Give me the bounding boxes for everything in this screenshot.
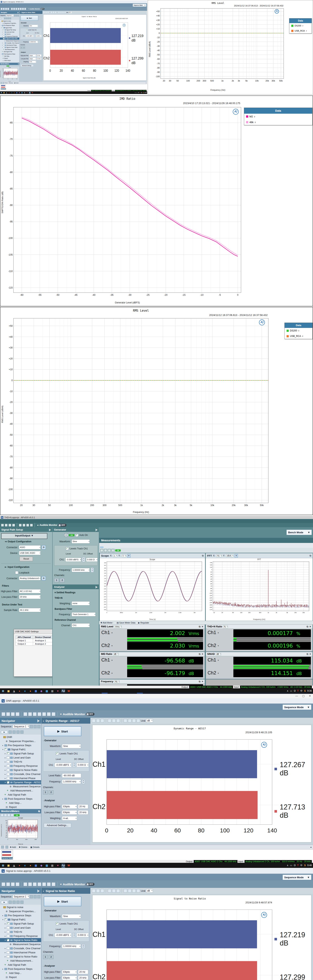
- expand-arrow-icon[interactable]: ▾: [1, 27, 2, 28]
- auto-on-checkbox[interactable]: [75, 534, 78, 537]
- navigator-tree-item[interactable]: Add Measurement...: [0, 959, 41, 963]
- result-thumbnail[interactable]: Dynamic Range...: [2, 850, 13, 859]
- expand-arrow-icon[interactable]: ▸: [4, 935, 6, 937]
- clock-icon[interactable]: [8, 814, 10, 816]
- navigator-tree-item[interactable]: Add Step...: [0, 55, 19, 57]
- sogou-icon[interactable]: S: [143, 92, 144, 93]
- back-icon[interactable]: ‹: [43, 719, 44, 722]
- navigator-tree-item[interactable]: ▸Post-Sequence Steps: [0, 53, 19, 55]
- table-row[interactable]: Output 1Analogue 1: [16, 639, 53, 642]
- save-project-icon[interactable]: [11, 712, 15, 716]
- taskbar-app-icon[interactable]: ⊞: [1, 689, 5, 693]
- taskbar-app-icon[interactable]: ●: [17, 689, 21, 693]
- trace-icon[interactable]: [62, 11, 64, 13]
- navigator-tree-item[interactable]: ▸Crosstalk, One Channel Undriven: [0, 772, 41, 776]
- navigator-tree-item[interactable]: ▸Signal Path Setup: [0, 751, 41, 756]
- expand-arrow-icon[interactable]: ▸: [4, 947, 6, 950]
- taskbar-app-icon[interactable]: ●: [28, 689, 32, 693]
- result-thumbnail[interactable]: Signal to Noise...: [1, 84, 6, 89]
- level-stepper[interactable]: ▲▼: [73, 933, 76, 937]
- navigator-tree-item[interactable]: Data Output: [0, 59, 19, 62]
- measurement-tab[interactable]: [108, 546, 111, 548]
- close-icon[interactable]: ✕: [309, 625, 311, 628]
- navigator-tree-item[interactable]: ▸Frequency Response: [0, 764, 41, 768]
- navigator-tree-item[interactable]: Measurement Sequence Settings...: [0, 942, 41, 946]
- export-icon[interactable]: [9, 18, 11, 19]
- step-icon[interactable]: [9, 900, 12, 904]
- tree-item-checkbox[interactable]: [3, 42, 4, 44]
- step-icon[interactable]: [4, 18, 6, 19]
- graph-settings-icon[interactable]: ⚙: [127, 554, 131, 557]
- close-button[interactable]: ✕: [309, 694, 311, 697]
- copy-graph-icon[interactable]: [45, 11, 47, 13]
- tray-expand-icon[interactable]: ∧: [135, 92, 136, 93]
- close-icon[interactable]: ✕: [201, 653, 204, 655]
- generator-on-toggle[interactable]: ON: [69, 534, 74, 536]
- lowpass-filter-select[interactable]: Elliptic: [62, 976, 77, 980]
- pan-icon[interactable]: [53, 11, 54, 13]
- tray-volume-icon[interactable]: ʘ: [138, 92, 139, 93]
- sample-rate-select[interactable]: 44.1 kHz: [19, 608, 41, 612]
- highpass-filter-select[interactable]: Elliptic: [62, 970, 77, 974]
- weighting-select[interactable]: none: [71, 601, 90, 605]
- popout-icon[interactable]: ⧉: [202, 554, 204, 557]
- navigator-tree-item[interactable]: ▸Frequency Response: [0, 934, 41, 938]
- channel-1-button[interactable]: 1: [43, 955, 48, 959]
- settings-icon[interactable]: [8, 8, 9, 10]
- ime-icon[interactable]: T: [297, 689, 299, 692]
- expand-arrow-icon[interactable]: ▸: [1, 25, 2, 26]
- open-project-icon[interactable]: [3, 8, 5, 10]
- navigator-tree-item[interactable]: ▸Signal Path Setup: [0, 29, 19, 31]
- clock-icon[interactable]: [3, 65, 5, 67]
- navigator-tree-item[interactable]: Sequencer Properties...: [0, 22, 19, 24]
- sweep-icon[interactable]: [112, 549, 114, 552]
- copy-graph-icon[interactable]: [96, 719, 100, 722]
- taskbar-app-icon[interactable]: e: [23, 689, 27, 693]
- levels-track-checkbox[interactable]: [66, 547, 69, 550]
- navigator-tree-item[interactable]: Signal to noise: [0, 905, 41, 909]
- report-icon[interactable]: [16, 8, 17, 10]
- expand-arrow-icon[interactable]: ▸: [4, 927, 6, 929]
- signal-icon[interactable]: [24, 882, 27, 886]
- tree-item-checkbox[interactable]: [7, 926, 9, 929]
- close-icon[interactable]: ✕: [201, 680, 204, 683]
- run-sequence-button[interactable]: ▶: [1, 730, 8, 734]
- expand-arrow-icon[interactable]: ▸: [2, 43, 3, 43]
- sweep-icon[interactable]: [24, 8, 26, 10]
- tree-item-checkbox[interactable]: [7, 769, 9, 771]
- expand-arrow-icon[interactable]: ▸: [4, 931, 6, 933]
- meter-icon[interactable]: [22, 524, 25, 527]
- graph-settings-icon[interactable]: [64, 11, 66, 13]
- chart-icon[interactable]: [6, 18, 8, 19]
- highpass-frequency-input[interactable]: 20 Hz: [37, 54, 41, 57]
- tree-item-checkbox[interactable]: [7, 781, 9, 784]
- trace-icon[interactable]: [132, 889, 136, 892]
- sequence-copy-icon[interactable]: [34, 725, 36, 728]
- channel-label[interactable]: Ch1: [207, 657, 219, 663]
- tree-item-checkbox[interactable]: [7, 935, 9, 937]
- frequency-input[interactable]: 1.00000 kHz: [62, 780, 81, 784]
- navigator-tree-item[interactable]: ▸Interchannel Phase: [0, 44, 19, 46]
- dc-offset-input[interactable]: 0.000 D: [76, 763, 89, 767]
- back-icon[interactable]: ‹: [20, 11, 21, 13]
- open-project-icon[interactable]: [5, 524, 8, 527]
- expand-arrow-icon[interactable]: ▸: [4, 761, 6, 763]
- thumbnail-list-icon[interactable]: [5, 846, 8, 848]
- navigator-tree-item[interactable]: Report: [0, 975, 41, 979]
- navigator-tree-item[interactable]: ▸Pre-Sequence Steps: [0, 743, 41, 747]
- navigator-tree-item[interactable]: ▸Signal to Noise Ratio: [0, 768, 41, 772]
- navigator-tree-item[interactable]: ▸Signal to Noise Ratio: [0, 46, 19, 48]
- advanced-settings-button[interactable]: Advanced Settings...: [21, 65, 33, 67]
- channel-1-button[interactable]: 1: [43, 790, 48, 794]
- expand-arrow-icon[interactable]: ▸: [2, 34, 3, 35]
- graph-settings-icon[interactable]: ⚙: [234, 554, 238, 557]
- navigator-tree-item[interactable]: ▸Level and Gain: [0, 926, 41, 930]
- navigator-tree-item[interactable]: ▸Interchannel Phase: [0, 950, 41, 955]
- taskbar-app-icon[interactable]: ●: [17, 864, 21, 867]
- expand-arrow-icon[interactable]: ▾: [4, 939, 6, 941]
- sweep-icon[interactable]: [11, 814, 14, 816]
- taskbar-app-icon[interactable]: ●: [28, 864, 32, 867]
- fft-x-unit-select[interactable]: Hz: [217, 555, 221, 557]
- measurement-tab[interactable]: [115, 546, 119, 548]
- expand-arrow-icon[interactable]: ▸: [2, 32, 3, 33]
